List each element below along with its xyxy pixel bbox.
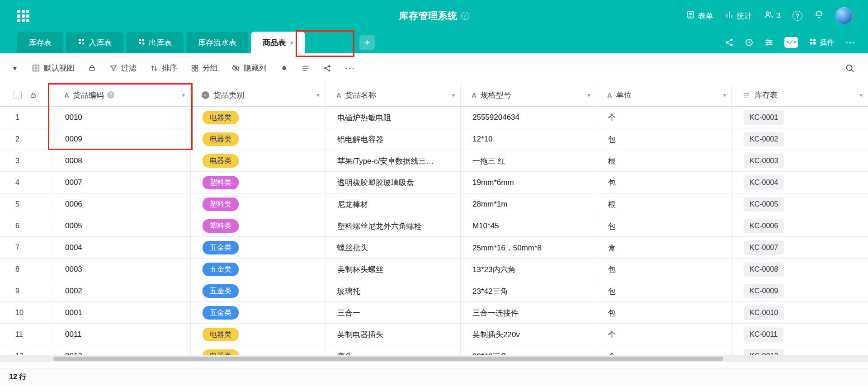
cell-category[interactable]: 电器类 <box>191 150 326 172</box>
link-record-badge[interactable]: KC-0007 <box>744 240 784 254</box>
link-record-badge[interactable]: KC-0004 <box>744 175 784 189</box>
link-record-badge[interactable]: KC-0003 <box>744 154 784 168</box>
cell-category[interactable]: 电器类 <box>191 128 326 150</box>
link-record-badge[interactable]: KC-0009 <box>744 284 784 298</box>
row-number[interactable]: 9 <box>0 280 53 302</box>
share-button[interactable] <box>725 38 734 47</box>
cell-code[interactable]: 0009 <box>53 128 191 150</box>
cell-category[interactable]: 五金类 <box>191 302 326 324</box>
column-menu-caret[interactable]: ▾ <box>723 92 726 99</box>
sort-button[interactable]: 排序 <box>150 63 177 73</box>
category-badge[interactable]: 五金类 <box>203 306 239 319</box>
cell-unit[interactable]: 根 <box>596 150 732 172</box>
column-header-category[interactable]: ✓货品类别▾ <box>191 83 326 107</box>
link-record-badge[interactable]: KC-0008 <box>744 262 784 276</box>
search-button[interactable] <box>845 63 854 73</box>
help-icon[interactable]: ? <box>107 91 114 99</box>
tab-products[interactable]: 商品表▾ <box>251 32 305 53</box>
view-list-caret-icon[interactable]: ▼ <box>12 65 18 72</box>
cell-name[interactable]: 苹果/Type-c/安卓数据线三… <box>326 150 461 172</box>
row-number[interactable]: 11 <box>0 324 53 345</box>
cell-code[interactable]: 0010 <box>53 107 191 128</box>
cell-code[interactable]: 0004 <box>53 237 191 259</box>
cell-name[interactable]: 玻璃托 <box>326 280 461 302</box>
cell-unit[interactable]: 包 <box>596 215 732 237</box>
notifications-button[interactable] <box>814 10 824 22</box>
cell-link[interactable]: KC-0005 <box>732 193 868 215</box>
cell-link[interactable]: KC-0010 <box>732 302 868 324</box>
category-badge[interactable]: 塑料类 <box>203 176 239 189</box>
cell-spec[interactable]: 23*42三角 <box>461 280 596 302</box>
members-button[interactable]: 3 <box>764 10 781 22</box>
row-number[interactable]: 3 <box>0 150 53 172</box>
row-number[interactable]: 7 <box>0 237 53 259</box>
cell-link[interactable]: KC-0009 <box>732 280 868 302</box>
category-badge[interactable]: 塑料类 <box>203 219 239 232</box>
row-number[interactable]: 8 <box>0 259 53 280</box>
cell-unit[interactable]: 包 <box>596 280 732 302</box>
scrollbar-thumb[interactable] <box>53 357 723 361</box>
cell-unit[interactable]: 包 <box>596 128 732 150</box>
cell-name[interactable]: 透明橡胶塑胶玻璃吸盘 <box>326 172 461 193</box>
cell-unit[interactable]: 个 <box>596 345 732 356</box>
cell-code[interactable]: 0012 <box>53 345 191 356</box>
hide-fields-button[interactable]: 隐藏列 <box>231 63 267 73</box>
cell-link[interactable]: KC-0008 <box>732 259 868 280</box>
horizontal-scrollbar[interactable] <box>0 355 868 362</box>
row-number[interactable]: 12 <box>0 345 53 356</box>
cell-category[interactable]: 五金类 <box>191 259 326 280</box>
cell-code[interactable]: 0003 <box>53 259 191 280</box>
cell-category[interactable]: 五金类 <box>191 280 326 302</box>
link-record-badge[interactable]: KC-0011 <box>744 327 783 341</box>
column-header-link[interactable]: 库存表▾ <box>732 83 868 107</box>
link-record-badge[interactable]: KC-0005 <box>744 197 784 211</box>
category-badge[interactable]: 五金类 <box>203 241 239 254</box>
cell-link[interactable]: KC-0003 <box>732 150 868 172</box>
link-record-badge[interactable]: KC-0006 <box>744 219 784 233</box>
row-number[interactable]: 4 <box>0 172 53 193</box>
cell-unit[interactable]: 个 <box>596 107 732 128</box>
column-menu-caret[interactable]: ▾ <box>182 92 185 99</box>
cell-code[interactable]: 0002 <box>53 280 191 302</box>
cell-code[interactable]: 0011 <box>53 324 191 345</box>
cell-spec[interactable]: 三合一连接件 <box>461 302 596 324</box>
cell-spec[interactable]: 23*42三角 <box>461 345 596 356</box>
cell-name[interactable]: 英制电器插头 <box>326 324 461 345</box>
category-badge[interactable]: 五金类 <box>203 284 239 297</box>
category-badge[interactable]: 电器类 <box>203 132 239 146</box>
cell-name[interactable]: 铝电解电容器 <box>326 128 461 150</box>
cell-code[interactable]: 0001 <box>53 302 191 324</box>
chevron-down-icon[interactable]: ▾ <box>290 39 293 46</box>
cell-spec[interactable]: 25559204634 <box>461 107 596 128</box>
share-view-button[interactable] <box>323 64 331 72</box>
tab-inventory-flow[interactable]: 库存流水表 <box>186 32 248 53</box>
cell-unit[interactable]: 根 <box>596 193 732 215</box>
cell-name[interactable]: 塑料螺丝尼龙外六角螺栓 <box>326 215 461 237</box>
cell-category[interactable]: 塑料类 <box>191 172 326 193</box>
avatar[interactable] <box>835 7 853 24</box>
cell-code[interactable]: 0006 <box>53 193 191 215</box>
link-record-badge[interactable]: KC-0001 <box>744 110 784 124</box>
cell-unit[interactable]: 包 <box>596 172 732 193</box>
cell-code[interactable]: 0008 <box>53 150 191 172</box>
cell-unit[interactable]: 包 <box>596 302 732 324</box>
cell-link[interactable]: KC-0006 <box>732 215 868 237</box>
cell-category[interactable]: 塑料类 <box>191 193 326 215</box>
cell-link[interactable]: KC-0011 <box>732 324 868 345</box>
cell-spec[interactable]: 一拖三 红 <box>461 150 596 172</box>
cell-spec[interactable]: M10*45 <box>461 215 596 237</box>
cell-spec[interactable]: 19mm*6mm <box>461 172 596 193</box>
cell-spec[interactable]: 13*23内六角 <box>461 259 596 280</box>
row-number[interactable]: 5 <box>0 193 53 215</box>
cell-spec[interactable]: 英制插头220v <box>461 324 596 345</box>
plugins-button[interactable]: 插件 <box>809 38 834 47</box>
column-menu-caret[interactable]: ▾ <box>859 92 863 99</box>
cell-unit[interactable]: 个 <box>596 324 732 345</box>
tab-inventory[interactable]: 库存表 <box>17 32 63 53</box>
column-header-code[interactable]: A货品编码?▾ <box>53 83 191 107</box>
cell-name[interactable]: 美制杯头螺丝 <box>326 259 461 280</box>
cell-spec[interactable]: 28mm*1m <box>461 193 596 215</box>
row-number[interactable]: 2 <box>0 128 53 150</box>
tab-outbound[interactable]: 出库表 <box>126 32 184 53</box>
cell-spec[interactable]: 25mm*16，50mm*8 <box>461 237 596 259</box>
